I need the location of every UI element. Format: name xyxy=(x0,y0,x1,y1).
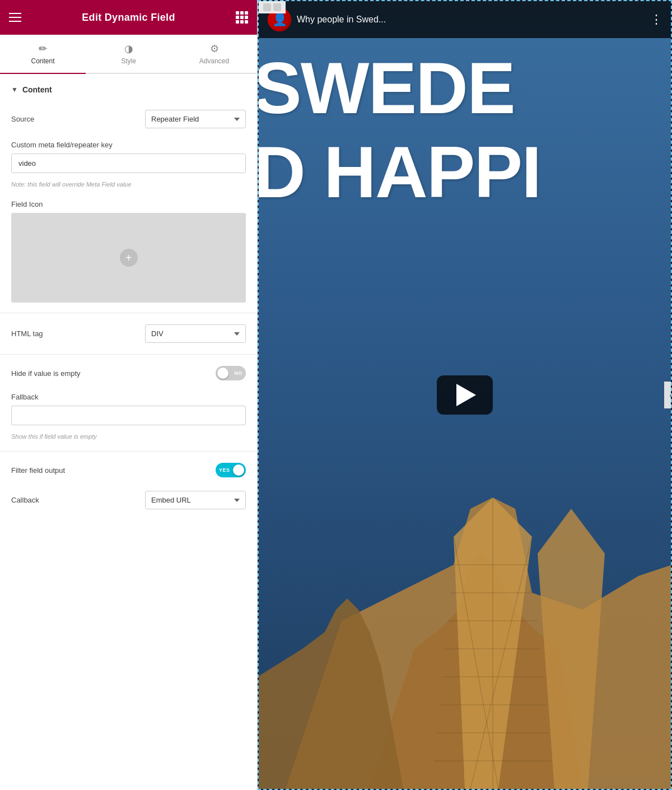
callback-row: Callback Embed URLNoneesc_htmlesc_urlsan… xyxy=(0,484,257,516)
panel-content: ▼ Content Source Repeater FieldACFMeta F… xyxy=(0,74,257,790)
source-label: Source xyxy=(11,115,34,123)
video-text-happe: D HAPPI xyxy=(259,130,540,214)
toggle-thumb xyxy=(217,368,228,379)
filter-output-label: Filter field output xyxy=(11,466,65,475)
tab-style[interactable]: ◑ Style xyxy=(86,35,171,73)
hide-if-empty-label: Hide if value is empty xyxy=(11,369,81,378)
panel-title: Edit Dynamic Field xyxy=(82,12,175,24)
video-text-swede: SWEDE xyxy=(259,46,515,130)
meta-field-input[interactable] xyxy=(11,154,246,173)
meta-field-note: Note: this field will override Meta Fiel… xyxy=(0,179,257,194)
html-tag-row: HTML tag DIVSPANPH1H2H3 xyxy=(0,318,257,350)
section-title: Content xyxy=(22,85,52,94)
html-tag-select[interactable]: DIVSPANPH1H2H3 xyxy=(145,324,246,343)
video-info-bar: Why people in Swed... ⋮ xyxy=(259,1,671,38)
play-button[interactable] xyxy=(437,375,493,415)
toggle-yes-label: YES xyxy=(219,467,230,473)
video-background: SWEDE D HAPPI xyxy=(259,1,671,789)
filter-output-toggle[interactable]: YES xyxy=(216,463,246,477)
play-icon xyxy=(456,384,476,406)
fallback-label: Fallback xyxy=(11,393,246,401)
tab-advanced[interactable]: ⚙ Advanced xyxy=(171,35,257,73)
hide-if-empty-toggle[interactable]: NO xyxy=(216,366,246,380)
panel-tabs: ✏ Content ◑ Style ⚙ Advanced xyxy=(0,35,257,74)
add-icon-button[interactable]: + xyxy=(120,249,138,267)
divider-1 xyxy=(0,313,257,313)
filter-output-row: Filter field output YES xyxy=(0,456,257,484)
video-title: Why people in Swed... xyxy=(297,15,386,25)
divider-3 xyxy=(0,451,257,452)
hamburger-icon[interactable] xyxy=(9,13,21,22)
field-icon-group: Field Icon + xyxy=(0,194,257,308)
left-panel: Edit Dynamic Field ✏ Content ◑ Style ⚙ A… xyxy=(0,0,258,790)
section-header: ▼ Content xyxy=(0,85,257,103)
gear-icon: ⚙ xyxy=(210,43,219,55)
field-icon-label: Field Icon xyxy=(11,200,246,208)
collapse-handle[interactable] xyxy=(664,382,672,408)
video-more-button[interactable]: ⋮ xyxy=(650,13,662,26)
minimize-bar xyxy=(259,1,286,13)
meta-field-label: Custom meta field/repeater key xyxy=(11,141,246,149)
grid-icon[interactable] xyxy=(236,11,248,24)
source-select[interactable]: Repeater FieldACFMeta FieldPost Field xyxy=(145,110,246,128)
callback-select[interactable]: Embed URLNoneesc_htmlesc_urlsanitize_tex… xyxy=(145,491,246,509)
collapse-arrow[interactable]: ▼ xyxy=(11,86,18,94)
callback-label: Callback xyxy=(11,496,39,504)
hide-if-empty-row: Hide if value is empty NO xyxy=(0,359,257,387)
panel-header: Edit Dynamic Field xyxy=(0,0,257,35)
meta-field-group: Custom meta field/repeater key xyxy=(0,135,257,179)
toggle-no-label: NO xyxy=(235,370,243,376)
pencil-icon: ✏ xyxy=(39,43,47,55)
style-icon: ◑ xyxy=(124,43,133,55)
fallback-note: Show this if field value is empty xyxy=(0,431,257,447)
toggle-thumb-on xyxy=(233,464,244,476)
icon-picker[interactable]: + xyxy=(11,213,246,303)
source-row: Source Repeater FieldACFMeta FieldPost F… xyxy=(0,103,257,135)
tab-content[interactable]: ✏ Content xyxy=(0,35,86,73)
html-tag-label: HTML tag xyxy=(11,329,43,338)
expand-button[interactable] xyxy=(273,3,281,11)
building-overlay xyxy=(259,397,671,789)
fallback-input[interactable] xyxy=(11,406,246,425)
fallback-group: Fallback xyxy=(0,387,257,431)
minimize-button[interactable] xyxy=(263,3,271,11)
divider-2 xyxy=(0,354,257,355)
right-panel: SWEDE D HAPPI xyxy=(258,0,672,790)
